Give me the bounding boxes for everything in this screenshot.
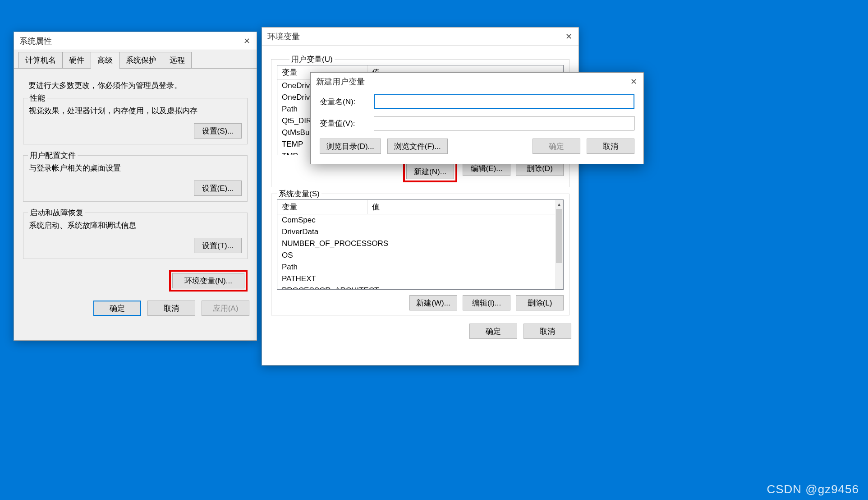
env-var-highlight: 环境变量(N)... <box>169 270 248 292</box>
new-sys-var-button[interactable]: 新建(W)... <box>409 295 457 310</box>
list-item[interactable]: ComSpec <box>277 214 563 226</box>
var-value-input[interactable] <box>374 116 634 130</box>
sys-vars-buttons: 新建(W)... 编辑(I)... 删除(L) <box>277 295 564 310</box>
admin-instruction: 要进行大多数更改，你必须作为管理员登录。 <box>28 80 248 91</box>
browse-dir-button[interactable]: 浏览目录(D)... <box>320 139 381 154</box>
cancel-button[interactable]: 取消 <box>587 139 634 154</box>
sys-vars-header: 变量 值 <box>277 200 563 214</box>
tab-computer-name[interactable]: 计算机名 <box>18 52 63 68</box>
apply-button[interactable]: 应用(A) <box>202 301 249 316</box>
var-name-input[interactable] <box>374 94 634 109</box>
list-item[interactable]: NUMBER_OF_PROCESSORS <box>277 238 563 250</box>
newvar-buttons: 浏览目录(D)... 浏览文件(F)... 确定 取消 <box>311 134 643 158</box>
sys-vars-listbox[interactable]: 变量 值 ComSpec DriverData NUMBER_OF_PROCES… <box>277 199 564 290</box>
watermark: CSDN @gz9456 <box>767 482 859 496</box>
new-user-var-button[interactable]: 新建(N)... <box>406 164 454 179</box>
startup-title: 启动和故障恢复 <box>28 208 85 218</box>
tab-advanced[interactable]: 高级 <box>91 52 119 69</box>
col-variable[interactable]: 变量 <box>277 200 367 214</box>
sysprops-titlebar[interactable]: 系统属性 ✕ <box>14 32 257 50</box>
sys-vars-section: 系统变量(S) 变量 值 ComSpec DriverData NUMBER_O… <box>271 194 569 315</box>
close-icon[interactable]: ✕ <box>242 37 251 46</box>
cancel-button[interactable]: 取消 <box>524 324 571 339</box>
tab-system-protection[interactable]: 系统保护 <box>119 52 163 68</box>
tab-remote[interactable]: 远程 <box>163 52 192 68</box>
browse-file-button[interactable]: 浏览文件(F)... <box>387 139 448 154</box>
var-value-label: 变量值(V): <box>320 118 374 129</box>
list-item[interactable]: Path <box>277 261 563 273</box>
close-icon[interactable]: ✕ <box>629 77 638 86</box>
var-name-row: 变量名(N): <box>311 91 643 112</box>
system-properties-window: 系统属性 ✕ 计算机名 硬件 高级 系统保护 远程 要进行大多数更改，你必须作为… <box>14 32 257 341</box>
ok-button[interactable]: 确定 <box>469 324 517 339</box>
user-profile-settings-button[interactable]: 设置(E)... <box>194 181 242 196</box>
sysprops-footer: 确定 取消 应用(A) <box>14 296 257 320</box>
user-profile-group: 用户配置文件 与登录帐户相关的桌面设置 设置(E)... <box>23 155 248 202</box>
newvar-title: 新建用户变量 <box>316 76 629 87</box>
edit-sys-var-button[interactable]: 编辑(I)... <box>463 295 510 310</box>
sysprops-title: 系统属性 <box>19 36 242 46</box>
scrollbar[interactable]: ▲ <box>555 200 563 289</box>
new-user-variable-dialog: 新建用户变量 ✕ 变量名(N): 变量值(V): 浏览目录(D)... 浏览文件… <box>310 72 644 164</box>
startup-group: 启动和故障恢复 系统启动、系统故障和调试信息 设置(T)... <box>23 213 248 259</box>
cancel-button[interactable]: 取消 <box>147 301 195 316</box>
close-icon[interactable]: ✕ <box>564 32 573 41</box>
performance-settings-button[interactable]: 设置(S)... <box>194 123 242 139</box>
performance-desc: 视觉效果，处理器计划，内存使用，以及虚拟内存 <box>29 106 242 116</box>
scrollbar-thumb[interactable] <box>556 209 562 263</box>
list-item[interactable]: OS <box>277 250 563 261</box>
envvars-titlebar[interactable]: 环境变量 ✕ <box>262 28 579 46</box>
var-value-row: 变量值(V): <box>311 112 643 134</box>
envvars-title: 环境变量 <box>267 31 564 42</box>
startup-settings-button[interactable]: 设置(T)... <box>194 238 242 253</box>
col-value[interactable]: 值 <box>367 200 563 214</box>
var-name-label: 变量名(N): <box>320 97 374 107</box>
user-profile-desc: 与登录帐户相关的桌面设置 <box>29 163 242 173</box>
sys-vars-title: 系统变量(S) <box>277 189 321 199</box>
ok-button[interactable]: 确定 <box>533 139 580 154</box>
user-profile-title: 用户配置文件 <box>28 150 78 161</box>
newvar-titlebar[interactable]: 新建用户变量 ✕ <box>311 73 643 91</box>
list-item[interactable]: DriverData <box>277 226 563 238</box>
ok-button[interactable]: 确定 <box>93 301 141 316</box>
performance-title: 性能 <box>28 93 47 103</box>
sysprops-tabs: 计算机名 硬件 高级 系统保护 远程 <box>14 50 257 69</box>
list-item[interactable]: PROCESSOR_ARCHITECT... <box>277 285 563 290</box>
startup-desc: 系统启动、系统故障和调试信息 <box>29 220 242 231</box>
sysprops-body: 要进行大多数更改，你必须作为管理员登录。 性能 视觉效果，处理器计划，内存使用，… <box>14 69 257 296</box>
tab-hardware[interactable]: 硬件 <box>62 52 91 68</box>
user-vars-title: 用户变量(U) <box>289 54 335 65</box>
list-item[interactable]: PATHEXT <box>277 273 563 285</box>
scroll-up-icon[interactable]: ▲ <box>555 200 563 209</box>
delete-sys-var-button[interactable]: 删除(L) <box>516 295 564 310</box>
envvars-footer: 确定 取消 <box>262 319 579 343</box>
performance-group: 性能 视觉效果，处理器计划，内存使用，以及虚拟内存 设置(S)... <box>23 98 248 144</box>
environment-variables-button[interactable]: 环境变量(N)... <box>172 273 244 288</box>
